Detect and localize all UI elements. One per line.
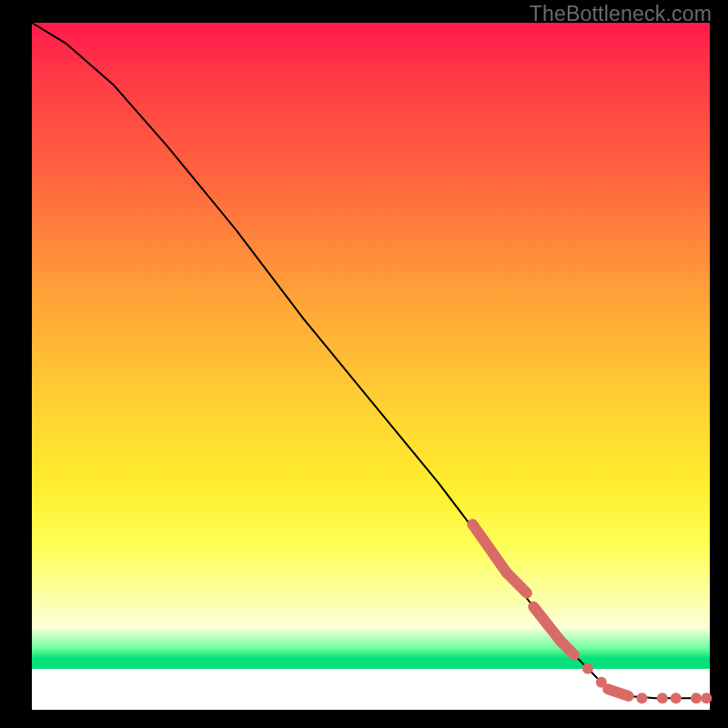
- chart-svg: [32, 23, 710, 710]
- data-segment: [533, 607, 561, 642]
- plot-area: [32, 23, 710, 710]
- data-segment: [608, 689, 628, 696]
- chart-frame: TheBottleneck.com: [0, 0, 728, 728]
- data-segment: [507, 572, 527, 593]
- data-segment: [561, 642, 574, 655]
- data-point: [701, 693, 712, 703]
- trend-line: [32, 23, 710, 698]
- data-segment: [472, 524, 506, 572]
- data-point: [582, 663, 593, 674]
- data-point: [691, 693, 702, 703]
- data-point: [657, 693, 668, 703]
- data-point: [671, 693, 682, 703]
- data-point: [637, 693, 648, 703]
- marker-group: [472, 524, 712, 703]
